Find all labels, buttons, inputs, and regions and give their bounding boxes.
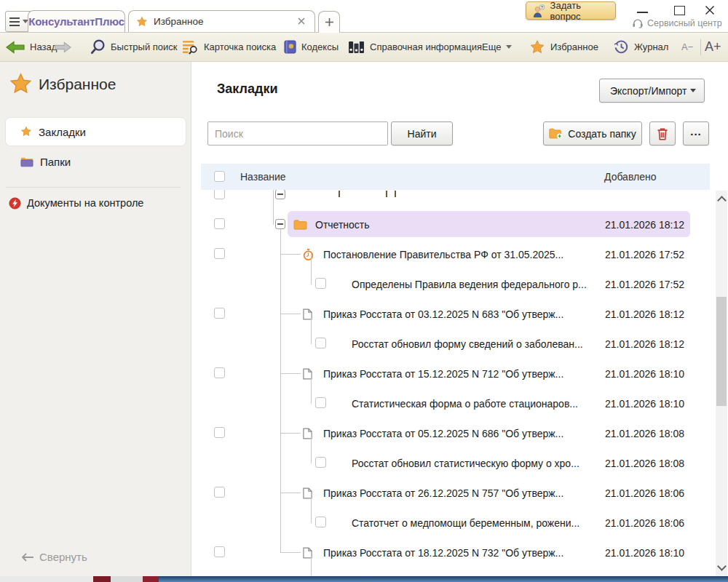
quick-search-button[interactable]: Быстрый поиск [90,33,178,61]
table-row[interactable]: Приказ Росстата от 18.12.2025 N 732 "Об … [201,538,710,567]
search-input[interactable] [207,121,388,146]
trash-icon [657,127,668,140]
more-actions-button[interactable]: ... [683,121,709,146]
table-row[interactable]: Приказ Росстата от 03.12.2025 N 683 "Об … [201,299,710,329]
forward-button[interactable] [55,33,71,61]
ask-question-button[interactable]: ? Задать вопрос [526,1,616,20]
sidebar-item-bookmarks[interactable]: Закладки [6,118,186,146]
table-row[interactable]: Приказ Росстата от 05.12.2025 N 686 "Об … [201,418,710,448]
row-date: 21.01.2026 17:52 [605,249,684,260]
table-row[interactable]: Статистическая форма о работе стационаро… [201,388,710,418]
font-decrease-button[interactable]: A− [681,33,693,61]
row-title[interactable]: Росстат обновил статистическую форму о х… [352,458,579,469]
row-checkbox[interactable] [315,278,326,289]
row-checkbox[interactable] [214,427,225,438]
scrollbar-thumb[interactable] [716,297,727,406]
row-checkbox[interactable] [214,248,225,259]
row-title[interactable]: Приказ Росстата от 05.12.2025 N 686 "Об … [323,428,563,439]
table-row[interactable]: Отчетность21.01.2026 18:12 [201,210,710,239]
codes-button[interactable]: Кодексы [284,33,339,61]
search-card-button[interactable]: Карточка поиска [182,33,276,61]
left-arrow-icon [22,553,34,562]
sidebar-item-documents-on-control[interactable]: Документы на контроле [9,191,189,215]
folder-icon [20,156,33,167]
table-row[interactable]: Росстат обновил статистическую форму о х… [201,448,710,478]
minimize-button[interactable] [637,12,648,13]
tree-line [311,373,312,404]
row-title[interactable]: Приказ Росстата от 03.12.2025 N 683 "Об … [323,308,563,320]
font-increase-button[interactable]: A+ [705,33,721,61]
tab-favorites[interactable]: Избранное [128,10,315,32]
collapse-toggle[interactable] [275,190,285,199]
export-import-button[interactable]: Экспорт/Импорт [599,79,705,103]
row-checkbox[interactable] [214,190,225,199]
sidebar: Избранное Закладки Папки Документы на ко… [0,62,191,582]
row-date: 21.01.2026 18:08 [605,458,684,469]
row-date: 21.01.2026 18:10 [605,398,684,410]
star-icon [529,39,545,55]
row-checkbox[interactable] [315,338,326,348]
row-title[interactable]: Постановление Правительства РФ от 31.05.… [323,249,563,260]
table-row[interactable]: Росстат обновил форму сведений о заболев… [201,329,710,359]
row-checkbox[interactable] [315,397,326,408]
table-row[interactable]: Определены Правила ведения федерального … [201,269,710,299]
table-row[interactable]: Статотчет о медпомощи беременным, рожени… [201,508,710,538]
table-row[interactable]: К...N 62...392...21.01.2026 18:10 [201,567,710,575]
plus-icon [325,17,334,27]
row-title[interactable]: Определены Правила ведения федерального … [352,279,587,290]
row-title[interactable]: Приказ Росстата от 18.12.2025 N 732 "Об … [323,547,563,559]
quick-search-label: Быстрый поиск [111,41,178,52]
create-folder-button[interactable]: Создать папку [543,121,642,146]
back-button[interactable]: Назад [6,33,57,61]
favorites-button[interactable]: Избранное [529,33,598,61]
svg-text:?: ? [541,4,544,9]
table-row[interactable]: Приказ Росстата от 26.12.2025 N 757 "Об … [201,478,710,508]
folder-plus-icon [549,128,563,139]
row-checkbox[interactable] [214,487,225,498]
row-checkbox[interactable] [214,367,225,378]
table-row[interactable]: Постановление Правительства РФ от 31.05.… [201,239,710,269]
folder-icon [293,220,307,230]
row-checkbox[interactable] [315,517,326,527]
find-button[interactable]: Найти [391,121,453,146]
tab-consultantplus[interactable]: КонсультантПлюс [28,10,125,32]
table-row-clipped-top[interactable] [201,190,710,210]
row-title[interactable]: Статотчет о медпомощи беременным, рожени… [352,517,579,529]
row-title[interactable]: Статистическая форма о работе стационаро… [352,398,578,410]
reference-info-button[interactable]: Справочная информация [348,33,482,61]
row-checkbox[interactable] [315,457,326,468]
column-name[interactable]: Название [240,171,286,183]
row-checkbox[interactable] [214,308,225,319]
delete-button[interactable] [649,121,676,146]
tree-line [280,373,301,374]
row-title[interactable]: Приказ Росстата от 26.12.2025 N 757 "Об … [323,487,563,499]
new-tab-button[interactable] [318,11,340,33]
clipped-text [395,191,396,197]
scroll-down-icon[interactable] [717,562,727,571]
table-row[interactable]: Приказ Росстата от 15.12.2025 N 712 "Об … [201,359,710,388]
maximize-button[interactable] [674,6,685,15]
star-icon [20,126,32,137]
service-center-link[interactable]: Сервисный центр [632,18,722,28]
select-all-checkbox[interactable] [214,171,225,182]
collapse-sidebar-button[interactable]: Свернуть [22,551,87,563]
row-checkbox[interactable] [214,546,225,557]
row-title[interactable]: Приказ Росстата от 15.12.2025 N 712 "Об … [323,368,563,380]
tab-close-icon[interactable] [297,17,306,25]
clipped-text [386,191,387,197]
row-title[interactable]: Росстат обновил форму сведений о заболев… [352,338,583,350]
row-checkbox[interactable] [214,218,225,229]
sidebar-item-folders[interactable]: Папки [6,148,186,175]
column-added[interactable]: Добавлено [604,171,657,183]
more-label: Еще [482,41,501,52]
reference-info-label: Справочная информация [370,41,482,52]
tree-line [311,433,312,463]
collapse-toggle[interactable] [275,219,285,229]
scroll-up-icon[interactable] [717,196,727,205]
close-button[interactable] [705,5,715,15]
star-icon [9,72,33,96]
journal-button[interactable]: Журнал [614,33,668,61]
more-menu-button[interactable]: Еще [482,33,512,61]
scrollbar[interactable] [716,191,727,576]
row-title[interactable]: Отчетность [315,219,370,231]
